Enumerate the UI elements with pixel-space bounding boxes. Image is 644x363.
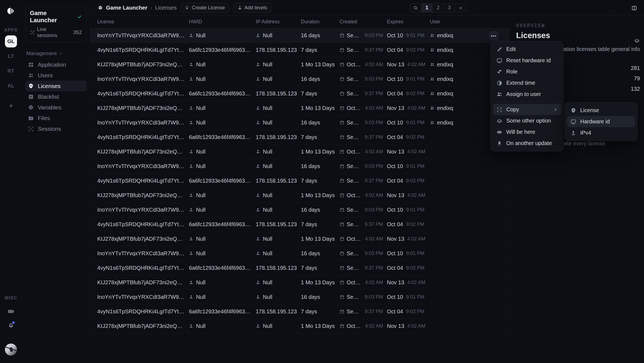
breadcrumb-page[interactable]: Licenses <box>155 5 177 11</box>
table-row[interactable]: InoYnYTvTlYvqxYRXCdI3aR7W9tA3inJ Null Nu… <box>90 246 509 261</box>
table-row[interactable]: KIJ278xjMPTBfub7jADF73ni2eQOWVjU Null Nu… <box>90 188 509 203</box>
toggle-panel-button[interactable] <box>630 4 638 12</box>
sidebar-item[interactable]: Licenses <box>25 81 87 91</box>
column-header[interactable]: IP Address <box>256 19 301 25</box>
created-date: Sep 27 <box>347 221 362 228</box>
created-cell: Oct 01 4:02 AM <box>340 61 387 68</box>
add-workspace-button[interactable]: + <box>5 100 17 112</box>
column-header[interactable]: Duration <box>301 19 340 25</box>
context-menu-item[interactable]: Some other option <box>493 115 561 126</box>
table-row[interactable]: 4vyN1s6TpSRDQHRKi4LgITd7YtgkFTk7 6a6fc12… <box>90 43 509 57</box>
page-button[interactable]: » <box>455 4 466 12</box>
search-button[interactable] <box>410 4 421 12</box>
table-row[interactable]: 4vyN1s6TpSRDQHRKi4LgITd7YtgkFTk7 6a6fc12… <box>90 217 509 232</box>
ip-value: 178.158.195.123 <box>256 221 297 228</box>
app-logo-icon[interactable] <box>5 5 17 17</box>
created-date: Sep 24 <box>347 32 362 39</box>
table-row[interactable]: 4vyN1s6TpSRDQHRKi4LgITd7YtgkFTk7 6a6fc12… <box>90 86 509 101</box>
table-row[interactable]: KIJ278xjMPTBfub7jADF73ni2eQOWVjU Null Nu… <box>90 57 509 72</box>
pen-icon <box>496 46 502 52</box>
table-row[interactable]: KIJ278xjMPTBfub7jADF73ni2eQOWVjU Null Nu… <box>90 319 509 333</box>
table-row[interactable]: KIJ278xjMPTBfub7jADF73ni2eQOWVjU Null Nu… <box>90 232 509 246</box>
table-row[interactable]: InoYnYTvTlYvqxYRXCdI3aR7W9tA3inJ Null Nu… <box>90 72 509 86</box>
column-header[interactable]: Created <box>340 19 387 25</box>
table-row[interactable]: InoYnYTvTlYvqxYRXCdI3aR7W9tA3inJ Null Nu… <box>90 290 509 304</box>
table-row[interactable]: 4vyN1s6TpSRDQHRKi4LgITd7YtgkFTk7 6a6fc12… <box>90 130 509 144</box>
sidebar-item[interactable]: Blacklist <box>25 91 87 102</box>
context-menu-item[interactable]: Edit <box>493 44 561 55</box>
workspace-button[interactable]: LT <box>5 50 17 62</box>
table-row[interactable]: 4vyN1s6TpSRDQHRKi4LgITd7YtgkFTk7 6a6fc12… <box>90 304 509 319</box>
user-null-icon <box>189 164 194 169</box>
table-row[interactable]: 4vyN1s6TpSRDQHRKi4LgITd7YtgkFTk7 6a6fc12… <box>90 261 509 275</box>
column-header[interactable]: Expires <box>387 19 430 25</box>
table-row[interactable]: InoYnYTvTlYvqxYRXCdI3aR7W9tA3inJ Null Nu… <box>90 203 509 217</box>
hwid-value: Null <box>196 105 205 111</box>
notification-dot <box>12 321 15 324</box>
stack-icon[interactable] <box>634 38 640 45</box>
created-cell: Sep 27 9:37 PM <box>340 221 387 228</box>
context-menu-item[interactable]: Copy <box>493 104 561 115</box>
topbar-button[interactable]: Create License <box>180 3 229 13</box>
submenu-item[interactable]: License <box>567 105 635 116</box>
created-date: Oct 01 <box>347 61 362 68</box>
row-actions-button[interactable]: ••• <box>489 31 498 40</box>
context-menu-item[interactable]: On another update <box>493 138 561 149</box>
table-row[interactable]: KIJ278xjMPTBfub7jADF73ni2eQOWVjU Null Nu… <box>90 275 509 290</box>
expires-time: 9:02 PM <box>406 47 424 53</box>
user-value: endixq <box>437 120 453 126</box>
ip-cell: Null <box>256 163 301 169</box>
hwid-value: 6a6fc12933e46f4f69630… <box>189 308 252 315</box>
table-row[interactable]: InoYnYTvTlYvqxYRXCdI3aR7W9tA3inJ Null Nu… <box>90 115 509 130</box>
context-menu-item[interactable]: Extend time <box>493 77 561 89</box>
sidebar-item[interactable]: Files <box>25 113 87 123</box>
page-button[interactable]: 2 <box>432 4 444 12</box>
page-button[interactable]: 1 <box>421 4 432 12</box>
submenu-item[interactable]: IPv4 <box>567 127 635 138</box>
submenu-item[interactable]: Hardware id <box>567 116 635 127</box>
management-section-toggle[interactable]: Management <box>26 50 90 56</box>
column-header[interactable]: HWID <box>189 19 256 25</box>
expires-cell: Oct 10 9:01 PM <box>387 250 430 257</box>
breadcrumb-app[interactable]: Game Launcher <box>106 5 147 11</box>
app-switcher-card[interactable]: Game Launcher Live sessions · 352 <box>25 6 86 42</box>
split-panel-icon <box>631 5 637 11</box>
context-menu-item[interactable]: Role <box>493 66 561 77</box>
notifications-button[interactable] <box>5 319 17 331</box>
sidebar-item[interactable]: Variables <box>25 102 87 113</box>
table-row[interactable]: InoYnYTvTlYvqxYRXCdI3aR7W9tA3inJ Null Nu… <box>90 159 509 174</box>
table-row[interactable]: KIJ278xjMPTBfub7jADF73ni2eQOWVjU Null Nu… <box>90 101 509 115</box>
expires-cell: Oct 04 9:02 PM <box>387 134 430 140</box>
context-menu-item[interactable]: Reset hardware id <box>493 55 561 66</box>
submenu-item-label: IPv4 <box>580 130 591 136</box>
context-menu-item[interactable]: Assign to user <box>493 89 561 100</box>
sidebar-item[interactable]: Application <box>25 59 87 70</box>
duration-cell: 7 days <box>301 221 340 228</box>
license-cell: KIJ278xjMPTBfub7jADF73ni2eQOWVjU <box>97 61 189 68</box>
sidebar-item-label: Users <box>38 72 53 79</box>
workspace-button[interactable]: RT <box>5 65 17 77</box>
column-header[interactable]: User <box>430 19 509 25</box>
calendar-icon <box>340 193 344 198</box>
table-row[interactable]: InoYnYTvTlYvqxYRXCdI3aR7W9tA3inJ Null Nu… <box>90 28 509 43</box>
expires-date: Oct 04 <box>387 178 403 184</box>
rail-apps-label: APPS <box>4 28 18 33</box>
workspace-button[interactable]: GL <box>5 35 17 47</box>
calendar-icon <box>340 207 344 212</box>
sidebar-item[interactable]: Users <box>25 70 87 81</box>
context-menu-item[interactable]: Will be here <box>493 126 561 138</box>
page-button[interactable]: 3 <box>444 4 455 12</box>
user-avatar[interactable] <box>5 344 17 356</box>
ip-cell: 178.158.195.123 <box>256 90 301 97</box>
topbar-button[interactable]: Add levels <box>233 3 272 13</box>
column-header[interactable]: License <box>97 19 189 25</box>
created-cell: Sep 27 9:37 PM <box>340 90 387 97</box>
sidebar-item[interactable]: Sessions <box>25 123 87 134</box>
pagination: 123» <box>410 3 466 12</box>
license-value: 4vyN1s6TpSRDQHRKi4LgITd7YtgkFTk7 <box>97 178 185 184</box>
user-null-icon <box>256 33 261 38</box>
table-row[interactable]: KIJ278xjMPTBfub7jADF73ni2eQOWVjU Null Nu… <box>90 144 509 159</box>
duration-cell: 7 days <box>301 265 340 271</box>
workspace-button[interactable]: AL <box>5 80 17 92</box>
table-row[interactable]: 4vyN1s6TpSRDQHRKi4LgITd7YtgkFTk7 6a6fc12… <box>90 174 509 188</box>
